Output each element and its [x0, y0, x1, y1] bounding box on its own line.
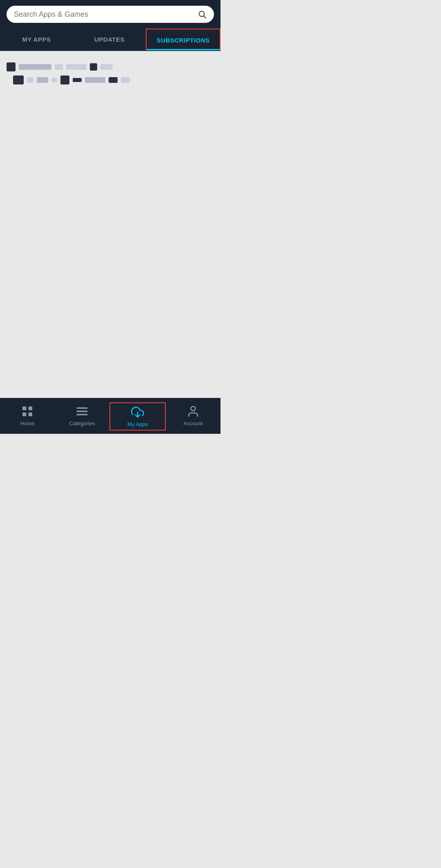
svg-line-1 — [204, 16, 206, 18]
redacted-text — [73, 78, 82, 82]
redacted-text — [90, 63, 97, 71]
tab-updates[interactable]: UPDATES — [73, 29, 146, 50]
svg-rect-3 — [29, 406, 32, 410]
tab-my-apps[interactable]: MY APPS — [0, 29, 73, 50]
cloud-download-icon — [131, 406, 144, 419]
nav-label-my-apps: My Apps — [127, 421, 148, 427]
redacted-text — [60, 75, 69, 84]
tab-subscriptions[interactable]: SUBSCRIPTIONS — [146, 29, 220, 50]
redacted-text — [37, 77, 48, 83]
redacted-text — [13, 75, 24, 84]
nav-label-home: Home — [20, 420, 35, 426]
redacted-row-2 — [7, 75, 214, 84]
redacted-text — [27, 77, 33, 83]
svg-rect-2 — [22, 406, 26, 410]
home-grid-icon — [21, 405, 34, 418]
redacted-text — [100, 64, 113, 70]
redacted-text — [55, 64, 63, 70]
main-content — [0, 51, 220, 398]
redacted-text — [66, 64, 87, 70]
bottom-nav: Home Categories My Apps Account — [0, 398, 220, 434]
nav-item-my-apps[interactable]: My Apps — [109, 402, 166, 431]
redacted-text — [85, 77, 105, 83]
nav-item-categories[interactable]: Categories — [55, 402, 109, 431]
redacted-text — [109, 77, 118, 83]
redacted-row-1 — [7, 62, 214, 71]
svg-rect-5 — [29, 413, 32, 416]
account-user-icon — [187, 405, 200, 418]
nav-label-categories: Categories — [69, 420, 95, 426]
redacted-text — [121, 77, 130, 83]
nav-label-account: Account — [184, 420, 203, 426]
search-input[interactable] — [14, 10, 194, 19]
svg-point-10 — [191, 406, 196, 411]
tab-bar: MY APPS UPDATES SUBSCRIPTIONS — [0, 29, 220, 51]
redacted-text — [19, 64, 51, 70]
search-icon — [198, 10, 207, 19]
app-header — [0, 0, 220, 29]
subscriptions-content — [7, 61, 214, 86]
categories-menu-icon — [76, 405, 89, 418]
nav-item-account[interactable]: Account — [166, 402, 220, 431]
redacted-block — [7, 62, 16, 71]
nav-item-home[interactable]: Home — [0, 402, 55, 431]
redacted-text — [51, 78, 57, 82]
search-bar[interactable] — [7, 6, 214, 23]
svg-rect-4 — [22, 413, 26, 416]
